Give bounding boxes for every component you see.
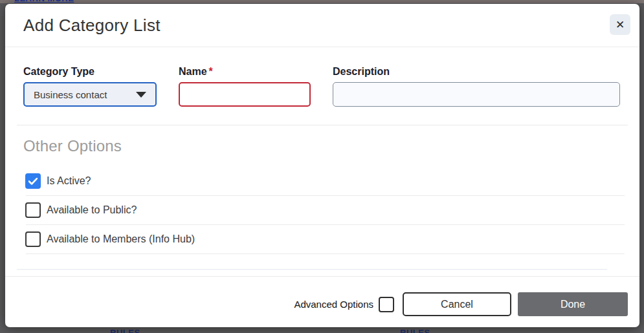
category-type-label: Category Type <box>23 66 94 78</box>
available-to-public-checkbox[interactable] <box>25 202 41 218</box>
other-options-heading: Other Options <box>23 137 122 155</box>
name-input[interactable] <box>179 82 311 107</box>
background-link-rules-left: RULES <box>110 328 140 333</box>
footer-divider <box>5 276 639 277</box>
background-link-learn-more: LEARN MORE <box>14 0 74 3</box>
dialog-header: Add Category List ✕ <box>5 4 639 47</box>
description-input[interactable] <box>333 82 620 107</box>
dialog-footer: Advanced Options Cancel Done <box>294 292 628 316</box>
advanced-options-checkbox[interactable] <box>379 297 394 312</box>
dialog-title: Add Category List <box>23 16 161 36</box>
available-to-public-label: Available to Public? <box>47 204 137 216</box>
is-active-label: Is Active? <box>47 175 91 187</box>
category-type-select[interactable]: Business contact <box>23 82 157 107</box>
advanced-options-label: Advanced Options <box>294 299 373 310</box>
name-label-text: Name <box>179 66 207 77</box>
available-to-members-label: Available to Members (Info Hub) <box>47 233 195 245</box>
background-link-rules-center: RULES <box>400 328 430 333</box>
available-to-members-row: Available to Members (Info Hub) <box>25 231 195 247</box>
options-end-divider <box>17 269 607 270</box>
row-divider <box>26 253 625 254</box>
name-label: Name* <box>179 66 213 78</box>
category-type-selected-value: Business contact <box>34 89 107 100</box>
available-to-public-row: Available to Public? <box>25 202 137 218</box>
cancel-button[interactable]: Cancel <box>403 292 511 316</box>
dimmed-page-top: LEARN MORE <box>0 0 644 3</box>
close-icon[interactable]: ✕ <box>610 14 630 35</box>
done-button[interactable]: Done <box>518 292 628 316</box>
is-active-row: Is Active? <box>25 173 91 189</box>
add-category-list-dialog: Add Category List ✕ Category Type Name* … <box>5 4 639 327</box>
required-asterisk: * <box>209 66 213 77</box>
checkmark-icon <box>28 178 38 185</box>
section-divider <box>17 125 628 125</box>
row-divider <box>26 224 625 225</box>
is-active-checkbox[interactable] <box>25 173 41 189</box>
chevron-down-icon <box>136 92 146 98</box>
available-to-members-checkbox[interactable] <box>25 231 41 247</box>
description-label: Description <box>333 66 390 78</box>
row-divider <box>26 195 625 196</box>
